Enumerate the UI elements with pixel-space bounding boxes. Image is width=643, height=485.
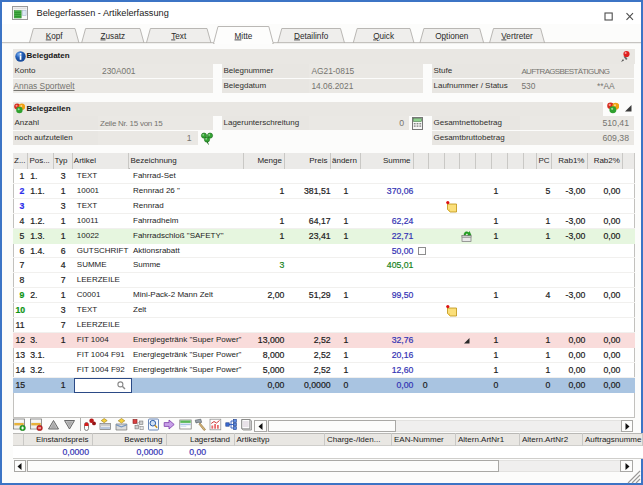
svg-text:Mitte: Mitte <box>235 32 253 41</box>
svg-text:Text: Text <box>171 32 187 41</box>
svg-text:Quick: Quick <box>373 32 395 41</box>
svg-text:Detailinfo: Detailinfo <box>294 32 329 41</box>
svg-text:Zusatz: Zusatz <box>101 32 126 41</box>
svg-text:Optionen: Optionen <box>435 32 469 41</box>
svg-text:Vertreter: Vertreter <box>501 32 533 41</box>
svg-text:Kopf: Kopf <box>46 32 64 41</box>
